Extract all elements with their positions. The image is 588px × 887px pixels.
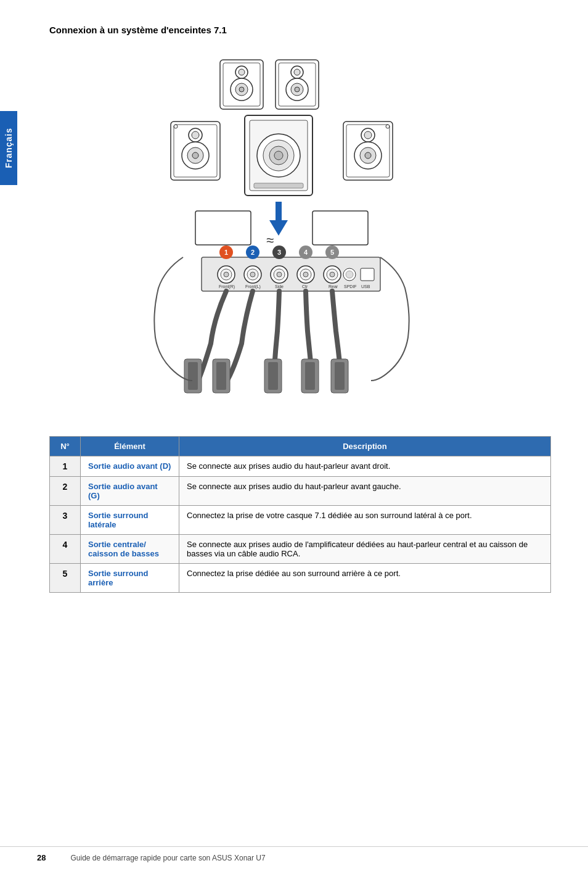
- svg-rect-59: [361, 268, 374, 281]
- table-row: 3Sortie surround latéraleConnectez la pr…: [50, 506, 551, 535]
- row-5-element: Sortie surround arrière: [81, 564, 179, 593]
- row-2-element: Sortie audio avant (G): [81, 477, 179, 506]
- row-3-description: Connectez la prise de votre casque 7.1 d…: [179, 506, 551, 535]
- info-table: N° Élément Description 1Sortie audio ava…: [49, 436, 551, 593]
- row-3-number: 3: [50, 506, 81, 535]
- table-row: 4Sortie centrale/ caisson de bassesSe co…: [50, 535, 551, 564]
- col-header-element: Élément: [81, 437, 179, 456]
- row-4-number: 4: [50, 535, 81, 564]
- svg-text:Ctr: Ctr: [302, 284, 308, 289]
- svg-rect-28: [254, 183, 303, 188]
- svg-point-53: [303, 272, 308, 277]
- row-1-element: Sortie audio avant (D): [81, 456, 179, 477]
- svg-rect-84: [305, 362, 315, 390]
- page-footer: 28 Guide de démarrage rapide pour carte …: [0, 846, 588, 868]
- svg-point-47: [250, 272, 255, 277]
- svg-point-27: [274, 151, 283, 160]
- diagram-area: ≈: [49, 54, 551, 418]
- svg-rect-82: [268, 362, 278, 390]
- svg-marker-39: [269, 202, 288, 236]
- svg-rect-78: [188, 362, 198, 390]
- table-body: 1Sortie audio avant (D)Se connecte aux p…: [50, 456, 551, 593]
- svg-point-56: [330, 272, 335, 277]
- svg-point-3: [239, 69, 245, 75]
- row-5-number: 5: [50, 564, 81, 593]
- page-container: Français Connexion à un système d'encein…: [0, 0, 588, 887]
- table-header: N° Élément Description: [50, 437, 551, 456]
- table-row: 1Sortie audio avant (D)Se connecte aux p…: [50, 456, 551, 477]
- svg-rect-38: [312, 211, 368, 245]
- svg-text:≈: ≈: [266, 233, 274, 248]
- svg-text:5: 5: [330, 249, 334, 256]
- footer-text: Guide de démarrage rapide pour carte son…: [70, 854, 265, 862]
- row-2-number: 2: [50, 477, 81, 506]
- row-3-element: Sortie surround latérale: [81, 506, 179, 535]
- svg-text:Side: Side: [275, 284, 284, 289]
- side-tab: Français: [0, 111, 17, 185]
- speaker-diagram: ≈: [121, 54, 479, 418]
- svg-point-32: [364, 131, 372, 139]
- svg-text:4: 4: [304, 249, 308, 256]
- svg-text:Front(R): Front(R): [219, 284, 235, 289]
- svg-point-58: [346, 271, 353, 278]
- svg-text:Rear: Rear: [329, 284, 338, 289]
- side-tab-label: Français: [4, 128, 14, 168]
- footer-page-number: 28: [37, 853, 46, 862]
- row-1-description: Se connecte aux prises audio du haut-par…: [179, 456, 551, 477]
- row-5-description: Connectez la prise dédiée au son surroun…: [179, 564, 551, 593]
- svg-rect-86: [335, 362, 345, 390]
- row-1-number: 1: [50, 456, 81, 477]
- col-header-num: N°: [50, 437, 81, 456]
- svg-point-17: [192, 131, 199, 139]
- svg-text:Front(L): Front(L): [245, 284, 261, 289]
- svg-text:SPDIF: SPDIF: [344, 284, 357, 289]
- table-row: 2Sortie audio avant (G)Se connecte aux p…: [50, 477, 551, 506]
- svg-point-35: [365, 152, 371, 159]
- row-4-element: Sortie centrale/ caisson de basses: [81, 535, 179, 564]
- row-2-description: Se connecte aux prises audio du haut-par…: [179, 477, 551, 506]
- svg-text:1: 1: [224, 249, 228, 256]
- svg-rect-37: [195, 211, 251, 245]
- svg-point-20: [192, 152, 198, 159]
- svg-rect-80: [216, 362, 226, 390]
- row-4-description: Se connecte aux prises audio de l'amplif…: [179, 535, 551, 564]
- svg-point-44: [224, 272, 229, 277]
- page-title: Connexion à un système d'enceintes 7.1: [49, 25, 551, 35]
- svg-text:3: 3: [277, 249, 281, 256]
- svg-point-13: [295, 87, 300, 92]
- svg-text:USB: USB: [361, 284, 370, 289]
- col-header-desc: Description: [179, 437, 551, 456]
- svg-point-6: [239, 87, 244, 92]
- svg-text:2: 2: [251, 249, 255, 256]
- svg-point-10: [294, 69, 300, 75]
- table-row: 5Sortie surround arrièreConnectez la pri…: [50, 564, 551, 593]
- svg-point-50: [277, 272, 282, 277]
